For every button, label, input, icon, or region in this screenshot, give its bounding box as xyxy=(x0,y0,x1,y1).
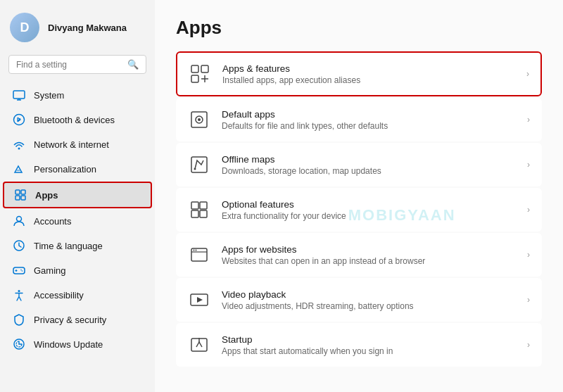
sidebar-item-apps-label: Apps xyxy=(35,190,58,201)
sidebar-item-system[interactable]: System xyxy=(3,83,152,107)
system-icon xyxy=(13,89,25,101)
svg-rect-6 xyxy=(21,190,25,194)
svg-rect-30 xyxy=(191,210,198,217)
sidebar-item-network[interactable]: Network & internet xyxy=(3,132,152,156)
page-title: Apps xyxy=(176,17,542,39)
avatar: D xyxy=(10,13,39,42)
time-icon xyxy=(13,239,25,252)
settings-item-apps-features[interactable]: Apps & features Installed apps, app exec… xyxy=(176,51,542,96)
sidebar-item-accessibility-label: Accessibility xyxy=(34,290,84,301)
svg-point-16 xyxy=(18,290,20,292)
accessibility-icon xyxy=(13,289,25,301)
sidebar-item-windows-update[interactable]: Windows Update xyxy=(3,332,152,356)
sidebar-item-network-label: Network & internet xyxy=(34,139,109,150)
settings-item-arrow-apps-features: › xyxy=(526,69,529,79)
search-input[interactable] xyxy=(16,60,123,70)
svg-rect-20 xyxy=(191,75,198,82)
sidebar-item-personalization[interactable]: Personalization xyxy=(3,157,152,181)
settings-item-desc-optional-features: Extra functionality for your device xyxy=(222,211,346,221)
svg-rect-28 xyxy=(191,202,198,209)
settings-item-arrow-video-playback: › xyxy=(527,295,530,305)
svg-rect-5 xyxy=(15,190,20,194)
user-profile: D Divyang Makwana xyxy=(0,0,155,52)
settings-item-title-apps-features: Apps & features xyxy=(222,63,360,74)
svg-point-27 xyxy=(194,168,196,170)
network-icon xyxy=(13,138,25,151)
svg-rect-26 xyxy=(191,157,207,172)
sidebar-item-system-label: System xyxy=(34,90,64,101)
update-icon xyxy=(13,338,25,350)
sidebar-item-accounts-label: Accounts xyxy=(34,216,71,227)
sidebar-item-accounts[interactable]: Accounts xyxy=(3,209,152,233)
sidebar-item-personalization-label: Personalization xyxy=(34,164,96,175)
settings-item-title-offline-maps: Offline maps xyxy=(222,154,381,165)
settings-item-desc-apps-features: Installed apps, app execution aliases xyxy=(222,75,360,85)
settings-item-text-apps-features: Apps & features Installed apps, app exec… xyxy=(222,63,360,85)
svg-rect-8 xyxy=(21,196,25,200)
settings-item-arrow-default-apps: › xyxy=(527,115,530,125)
settings-item-text-video-playback: Video playback Video adjustments, HDR st… xyxy=(222,289,414,311)
user-name: Divyang Makwana xyxy=(48,23,127,33)
settings-item-title-startup: Startup xyxy=(222,334,393,345)
settings-item-arrow-optional-features: › xyxy=(527,205,530,215)
settings-list: Apps & features Installed apps, app exec… xyxy=(176,51,542,367)
settings-item-desc-video-playback: Video adjustments, HDR streaming, batter… xyxy=(222,301,414,311)
svg-point-4 xyxy=(18,148,20,150)
apps-icon xyxy=(14,189,27,201)
offline-maps-icon xyxy=(188,153,210,176)
svg-rect-7 xyxy=(15,196,20,200)
svg-point-15 xyxy=(22,270,23,272)
svg-rect-19 xyxy=(201,65,208,72)
sidebar-item-apps[interactable]: Apps xyxy=(3,182,152,208)
svg-rect-0 xyxy=(13,91,25,99)
sidebar-item-bluetooth[interactable]: Bluetooth & devices xyxy=(3,108,152,132)
settings-item-video-playback[interactable]: Video playback Video adjustments, HDR st… xyxy=(176,278,542,322)
svg-point-35 xyxy=(196,250,197,251)
nav-list: System Bluetooth & devices xyxy=(0,80,155,392)
sidebar-item-time[interactable]: Time & language xyxy=(3,234,152,258)
settings-item-arrow-apps-websites: › xyxy=(527,250,530,260)
settings-item-desc-offline-maps: Downloads, storage location, map updates xyxy=(222,166,381,176)
settings-item-default-apps[interactable]: Default apps Defaults for file and link … xyxy=(176,98,542,141)
sidebar-item-gaming[interactable]: Gaming xyxy=(3,258,152,282)
svg-rect-31 xyxy=(200,210,207,217)
search-box[interactable]: 🔍 xyxy=(8,55,146,74)
app-container: D Divyang Makwana 🔍 System xyxy=(0,0,563,392)
settings-item-apps-websites[interactable]: Apps for websites Websites that can open… xyxy=(176,233,542,277)
default-apps-icon xyxy=(188,108,210,131)
svg-point-34 xyxy=(194,250,195,251)
gaming-icon xyxy=(13,264,25,277)
settings-item-text-optional-features: Optional features Extra functionality fo… xyxy=(222,199,346,221)
sidebar-item-privacy[interactable]: Privacy & security xyxy=(3,308,152,331)
svg-point-25 xyxy=(198,118,201,121)
svg-point-14 xyxy=(20,270,22,271)
sidebar-item-gaming-label: Gaming xyxy=(34,265,66,276)
apps-websites-icon xyxy=(188,244,210,266)
settings-item-text-offline-maps: Offline maps Downloads, storage location… xyxy=(222,154,381,176)
svg-rect-29 xyxy=(200,202,207,209)
settings-item-offline-maps[interactable]: Offline maps Downloads, storage location… xyxy=(176,143,542,186)
settings-item-startup[interactable]: Startup Apps that start automatically wh… xyxy=(176,323,542,367)
svg-rect-18 xyxy=(191,65,198,72)
optional-features-icon xyxy=(188,198,210,221)
sidebar-item-time-label: Time & language xyxy=(34,241,103,251)
search-icon: 🔍 xyxy=(127,59,139,70)
sidebar-item-bluetooth-label: Bluetooth & devices xyxy=(34,115,115,125)
startup-icon xyxy=(188,334,210,356)
settings-item-desc-default-apps: Defaults for file and link types, other … xyxy=(222,121,388,131)
settings-item-title-default-apps: Default apps xyxy=(222,109,388,120)
accounts-icon xyxy=(13,215,25,227)
settings-item-title-apps-websites: Apps for websites xyxy=(222,244,425,255)
sidebar-item-accessibility[interactable]: Accessibility xyxy=(3,283,152,307)
personalization-icon xyxy=(13,163,25,175)
settings-item-desc-startup: Apps that start automatically when you s… xyxy=(222,346,393,356)
settings-item-text-apps-websites: Apps for websites Websites that can open… xyxy=(222,244,425,266)
privacy-icon xyxy=(13,313,25,326)
settings-item-optional-features[interactable]: Optional features Extra functionality fo… xyxy=(176,188,542,232)
apps-features-icon xyxy=(189,63,211,85)
sidebar: D Divyang Makwana 🔍 System xyxy=(0,0,155,392)
main-content: MOBIGYAAN Apps Apps & features Installed xyxy=(155,0,563,392)
svg-rect-11 xyxy=(13,267,25,274)
video-playback-icon xyxy=(188,289,210,311)
bluetooth-icon xyxy=(13,113,25,126)
